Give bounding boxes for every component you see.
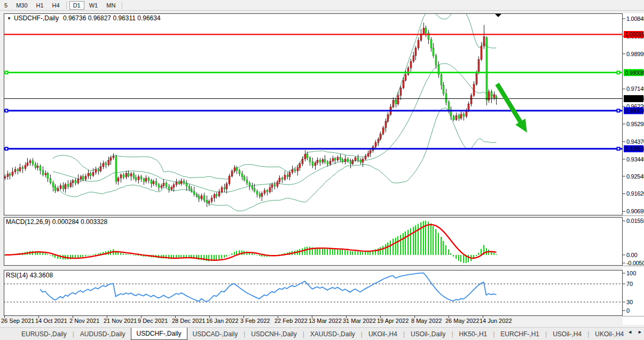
tab-eurusd-daily[interactable]: EURUSD-,Daily [16,328,72,340]
svg-text:2 Nov 2021: 2 Nov 2021 [69,318,99,324]
rsi-name: RSI(14) [6,272,28,279]
price-label-1.00015: 1.00015 [624,31,644,38]
mt4-window: { "toolbar": { "items": [ {"label":"5","… [0,0,644,340]
svg-text:30: 30 [626,299,633,305]
tab-usoil-h4[interactable]: USOil-,H4 [547,328,587,340]
tab-usoil-daily[interactable]: USOil-,Daily [405,328,451,340]
svg-text:0.95295: 0.95295 [626,121,644,127]
svg-text:19 Apr 2022: 19 Apr 2022 [377,318,409,324]
tab-usdcad-daily[interactable]: USDCAD-,Daily [187,328,244,340]
tab-scroll-buttons: ◄ ► [627,329,642,335]
svg-text:0.90695: 0.90695 [626,208,644,214]
svg-text:0.00: 0.00 [626,252,637,258]
svg-text:16 Jan 2022: 16 Jan 2022 [206,318,239,324]
svg-text:31 Mar 2022: 31 Mar 2022 [343,318,376,324]
svg-text:9 Dec 2021: 9 Dec 2021 [138,318,168,324]
svg-text:0.01555: 0.01555 [626,218,644,224]
ohlc-close: 0.96634 [137,14,160,22]
svg-text:0.93993: 0.93993 [625,145,644,152]
toolbar-separator [66,2,67,9]
tab-audusd-daily[interactable]: AUDUSD-,Daily [75,328,131,340]
tab-hk50-h1[interactable]: HK50-,H1 [454,328,493,340]
tab-ukoil-h4[interactable]: UKOil-,H4 [590,328,629,340]
tab-eurchf-h1[interactable]: EURCHF-,H1 [495,328,545,340]
svg-text:14 Oct 2021: 14 Oct 2021 [35,318,67,324]
svg-text:0.91620: 0.91620 [626,190,644,197]
tab-ukoil-h4[interactable]: UKOil-,H4 [363,328,403,340]
svg-text:3 Feb 2022: 3 Feb 2022 [240,318,270,324]
tab-xauusd-daily[interactable]: XAUUSD-,Daily [305,328,360,340]
chart-symbol-label: USDCHF-,Daily [14,14,59,22]
ohlc-open: 0.96736 [63,14,86,22]
macd-values: 0.000284 0.003328 [52,218,107,226]
macd-indicator-label: MACD(12,26,9) 0.000284 0.003328 [6,218,107,226]
svg-text:70: 70 [626,281,633,287]
date-axis: 26 Sep 202114 Oct 20212 Nov 202121 Nov 2… [1,316,512,324]
timeframe-h4[interactable]: H4 [49,1,64,10]
svg-text:1.00845: 1.00845 [626,16,644,22]
svg-text:0.98008: 0.98008 [625,69,644,76]
price-label-0.96000: 0.96000 [624,107,644,114]
svg-text:22 Feb 2022: 22 Feb 2022 [274,318,308,324]
macd-name: MACD(12,26,9) [6,218,50,226]
price-label-0.98008: 0.98008 [624,69,644,76]
tab-usdchf-daily[interactable]: USDCHF-,Daily [131,328,187,340]
svg-text:14 Jun 2022: 14 Jun 2022 [480,318,512,324]
svg-text:1.00015: 1.00015 [625,31,644,37]
svg-text:0.98995: 0.98995 [626,51,644,57]
tabs-scroll-left-button[interactable]: ◄ [627,329,632,335]
timeframe-m30[interactable]: M30 [12,1,31,10]
svg-text:0: 0 [626,307,630,314]
rsi-value: 43.3608 [30,272,53,279]
svg-text:-0.00507: -0.00507 [626,260,644,266]
svg-text:0.97145: 0.97145 [626,86,644,92]
svg-text:0.96000: 0.96000 [625,107,644,114]
timeframe-5[interactable]: 5 [1,1,11,10]
current-price-label: 0.96634 [624,95,644,102]
timeframe-toolbar: 5M30H1H4D1W1MN [0,0,644,11]
svg-text:8 May 2022: 8 May 2022 [411,318,442,324]
svg-text:0.93445: 0.93445 [626,156,644,163]
svg-text:0.94370: 0.94370 [626,138,644,145]
svg-text:28 Dec 2021: 28 Dec 2021 [172,318,205,324]
svg-text:21 Nov 2021: 21 Nov 2021 [104,318,137,324]
timeframe-mn[interactable]: MN [103,1,119,10]
tabs-scroll-right-button[interactable]: ► [638,329,642,335]
ohlc-high: 0.96827 [88,14,111,22]
timeframe-h1[interactable]: H1 [33,1,48,10]
svg-text:13 Mar 2022: 13 Mar 2022 [309,318,342,324]
svg-text:26 Sep 2021: 26 Sep 2021 [1,318,34,324]
svg-text:26 May 2022: 26 May 2022 [445,318,480,324]
price-label-0.93993: 0.93993 [624,145,644,152]
rsi-indicator-label: RSI(14) 43.3608 [6,272,53,279]
toolbar-separator [122,2,122,9]
tab-usdcnh-daily[interactable]: USDCNH-,Daily [246,328,302,340]
svg-text:100: 100 [626,270,636,276]
ohlc-low: 0.96311 [113,14,136,22]
chart-canvas[interactable]: 1.008450.999200.989950.971450.962200.952… [0,0,644,327]
svg-text:0.92545: 0.92545 [626,173,644,180]
chevron-down-icon: ▼ [7,16,11,21]
timeframe-d1[interactable]: D1 [69,1,84,10]
chart-header[interactable]: ▼USDCHF-,Daily0.96736 0.96827 0.96311 0.… [7,14,161,22]
chart-tab-bar: EURUSD-,Daily|AUDUSD-,DailyUSDCHF-,Daily… [0,327,644,340]
timeframe-w1[interactable]: W1 [85,1,102,10]
svg-text:0.96634: 0.96634 [625,95,644,102]
